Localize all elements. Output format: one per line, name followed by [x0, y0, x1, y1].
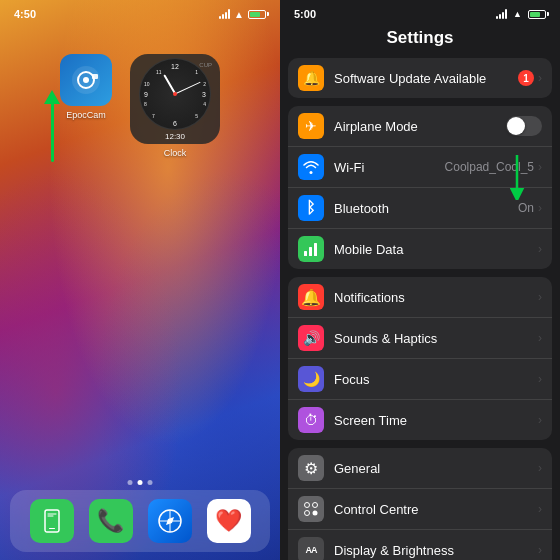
clock-time-display: 12:30 — [165, 132, 185, 141]
screen-time-chevron: › — [538, 413, 542, 427]
right-time: 5:00 — [294, 8, 316, 20]
focus-chevron: › — [538, 372, 542, 386]
settings-item-general[interactable]: ⚙ General › — [288, 448, 552, 489]
page-dot-3 — [148, 480, 153, 485]
epoccam-label: EpocCam — [66, 110, 106, 120]
app-grid: EpocCam 12 3 6 9 1 11 2 4 — [0, 24, 280, 158]
right-status-bar: 5:00 ▲ — [280, 0, 560, 24]
home-screen: 4:50 ▲ Ep — [0, 0, 280, 560]
left-time: 4:50 — [14, 8, 36, 20]
clock-num-3: 3 — [202, 90, 206, 97]
settings-item-notifications[interactable]: 🔔 Notifications › — [288, 277, 552, 318]
page-dot-2 — [138, 480, 143, 485]
settings-item-software-update[interactable]: 🔔 Software Update Available 1 › — [288, 58, 552, 98]
cup-label: CUP — [199, 62, 212, 68]
settings-item-sounds[interactable]: 🔊 Sounds & Haptics › — [288, 318, 552, 359]
notifications-icon: 🔔 — [298, 284, 324, 310]
right-signal-icon — [496, 9, 507, 19]
clock-center — [173, 92, 177, 96]
settings-group-general: ⚙ General › Control Centre › AA — [280, 448, 560, 560]
page-dot-1 — [128, 480, 133, 485]
airplane-label: Airplane Mode — [334, 119, 506, 134]
page-dots — [128, 480, 153, 485]
app-row-1: EpocCam 12 3 6 9 1 11 2 4 — [60, 54, 220, 158]
settings-item-display[interactable]: AA Display & Brightness › — [288, 530, 552, 560]
dock-phone[interactable] — [30, 499, 74, 543]
settings-item-airplane[interactable]: ✈ Airplane Mode — [288, 106, 552, 147]
clock-min-hand — [175, 81, 201, 94]
notifications-label: Notifications — [334, 290, 538, 305]
general-icon: ⚙ — [298, 455, 324, 481]
software-update-icon: 🔔 — [298, 65, 324, 91]
svg-point-16 — [313, 511, 318, 516]
wifi-icon: ▲ — [234, 9, 244, 20]
display-label: Display & Brightness — [334, 543, 538, 558]
clock-widget: 12 3 6 9 1 11 2 4 5 7 8 10 — [130, 54, 220, 144]
clock-label: Clock — [164, 148, 187, 158]
svg-point-15 — [305, 511, 310, 516]
sounds-label: Sounds & Haptics — [334, 331, 538, 346]
general-chevron: › — [538, 461, 542, 475]
svg-point-14 — [313, 503, 318, 508]
mobile-data-icon — [298, 236, 324, 262]
left-status-icons: ▲ — [219, 9, 266, 20]
software-update-chevron: › — [538, 71, 542, 85]
settings-screen: 5:00 ▲ Settings 🔔 Software Update Availa… — [280, 0, 560, 560]
settings-item-screen-time[interactable]: ⏱ Screen Time › — [288, 400, 552, 440]
airplane-icon: ✈ — [298, 113, 324, 139]
settings-item-bluetooth[interactable]: ᛒ Bluetooth On › — [288, 188, 552, 229]
dock-health[interactable]: ❤️ — [207, 499, 251, 543]
settings-item-mobile-data[interactable]: Mobile Data › — [288, 229, 552, 269]
dock-safari[interactable] — [148, 499, 192, 543]
settings-item-control-centre[interactable]: Control Centre › — [288, 489, 552, 530]
software-update-badge: 1 — [518, 70, 534, 86]
control-centre-chevron: › — [538, 502, 542, 516]
svg-rect-4 — [49, 528, 55, 529]
signal-icon — [219, 9, 230, 19]
sounds-icon: 🔊 — [298, 325, 324, 351]
arrow-shaft — [51, 102, 54, 162]
left-status-bar: 4:50 ▲ — [0, 0, 280, 24]
svg-point-2 — [83, 77, 89, 83]
settings-list: 🔔 Software Update Available 1 › ✈ Airpla… — [280, 58, 560, 560]
settings-title: Settings — [280, 24, 560, 58]
screen-time-label: Screen Time — [334, 413, 538, 428]
sounds-chevron: › — [538, 331, 542, 345]
clock-num-9: 9 — [144, 90, 148, 97]
dock-phone-green[interactable]: 📞 — [89, 499, 133, 543]
clock-face: 12 3 6 9 1 11 2 4 5 7 8 10 — [139, 58, 211, 130]
svg-rect-11 — [309, 247, 312, 256]
dock: 📞 ❤️ — [10, 490, 270, 552]
bluetooth-arrow — [507, 150, 557, 204]
settings-group-update: 🔔 Software Update Available 1 › — [280, 58, 560, 98]
svg-rect-3 — [92, 74, 98, 79]
right-wifi-icon: ▲ — [513, 9, 522, 19]
control-centre-label: Control Centre — [334, 502, 538, 517]
svg-rect-12 — [314, 243, 317, 256]
svg-point-13 — [305, 503, 310, 508]
battery-icon — [248, 10, 266, 19]
airplane-toggle[interactable] — [506, 116, 542, 136]
clock-app[interactable]: 12 3 6 9 1 11 2 4 5 7 8 10 — [130, 54, 220, 158]
right-battery-icon — [528, 10, 546, 19]
display-icon: AA — [298, 537, 324, 560]
up-arrow — [44, 90, 60, 162]
clock-num-6: 6 — [173, 120, 177, 127]
software-update-label: Software Update Available — [334, 71, 518, 86]
wifi-settings-icon — [298, 154, 324, 180]
bluetooth-label: Bluetooth — [334, 201, 518, 216]
wifi-label: Wi-Fi — [334, 160, 445, 175]
epoccam-app[interactable]: EpocCam — [60, 54, 112, 158]
focus-label: Focus — [334, 372, 538, 387]
clock-hour-hand — [163, 74, 175, 94]
notifications-chevron: › — [538, 290, 542, 304]
right-status-icons: ▲ — [496, 9, 546, 19]
settings-item-focus[interactable]: 🌙 Focus › — [288, 359, 552, 400]
focus-icon: 🌙 — [298, 366, 324, 392]
mobile-data-label: Mobile Data — [334, 242, 538, 257]
settings-group-notifications: 🔔 Notifications › 🔊 Sounds & Haptics › 🌙… — [280, 277, 560, 440]
display-chevron: › — [538, 543, 542, 557]
clock-num-12: 12 — [171, 63, 179, 70]
bluetooth-icon: ᛒ — [298, 195, 324, 221]
general-label: General — [334, 461, 538, 476]
